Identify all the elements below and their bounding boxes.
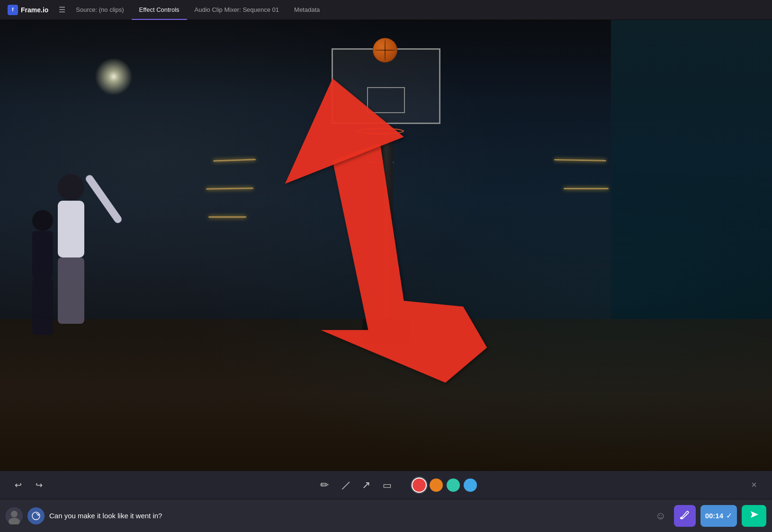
video-container: [0, 20, 772, 470]
emoji-button[interactable]: ☺: [652, 507, 669, 524]
frame-sync-button[interactable]: [27, 507, 45, 524]
svg-point-0: [58, 174, 84, 201]
color-red[interactable]: [413, 479, 426, 492]
brand-name: Frame.io: [21, 6, 48, 14]
tab-bar: f Frame.io ☰ Source: (no clips) Effect C…: [0, 0, 772, 20]
video-scene: [0, 20, 772, 470]
svg-rect-3: [84, 174, 123, 224]
close-icon: ×: [751, 479, 757, 490]
timestamp-value: 00:14: [705, 512, 723, 520]
user-avatar: [6, 507, 23, 524]
send-icon: [749, 509, 759, 522]
line-icon: —: [337, 477, 353, 493]
tab-effect-controls[interactable]: Effect Controls: [132, 0, 187, 20]
hoop-pole-base: [362, 319, 410, 343]
svg-point-10: [11, 511, 18, 517]
basketball: [373, 38, 397, 62]
redo-icon: ↪: [36, 480, 43, 490]
emoji-icon: ☺: [655, 510, 665, 522]
svg-marker-13: [37, 514, 39, 516]
undo-button[interactable]: ↩: [9, 477, 27, 494]
close-toolbar-button[interactable]: ×: [745, 477, 763, 494]
draw-button[interactable]: [674, 505, 696, 527]
svg-point-14: [680, 517, 682, 519]
rectangle-tool-button[interactable]: ▭: [378, 477, 395, 494]
pencil-tool-button[interactable]: ✏: [316, 477, 333, 494]
brand-logo[interactable]: f Frame.io: [4, 5, 52, 15]
person-silhouette: [14, 150, 123, 348]
arrow-tool-button[interactable]: ↗: [358, 477, 375, 494]
tab-audio-clip-mixer[interactable]: Audio Clip Mixer: Sequence 01: [187, 0, 287, 20]
hoop-rim: [357, 128, 404, 134]
timestamp-check-icon: ✓: [726, 511, 732, 520]
svg-marker-15: [751, 511, 758, 518]
line-tool-button[interactable]: —: [337, 477, 354, 494]
svg-rect-6: [32, 278, 53, 335]
svg-rect-1: [58, 201, 84, 257]
svg-rect-2: [58, 257, 84, 324]
light-bar-3: [208, 216, 246, 218]
backboard-inner: [367, 87, 405, 113]
drawing-toolbar: ↩ ↪ ✏ — ↗ ▭ ×: [0, 470, 772, 499]
svg-point-4: [32, 210, 53, 231]
redo-button[interactable]: ↪: [30, 477, 47, 494]
light-bar-5: [564, 188, 609, 189]
arrow-icon: ↗: [362, 479, 370, 491]
tab-source[interactable]: Source: (no clips): [68, 0, 131, 20]
undo-icon: ↩: [15, 480, 22, 490]
svg-rect-5: [32, 231, 53, 278]
rectangle-icon: ▭: [383, 479, 392, 491]
tab-metadata[interactable]: Metadata: [287, 0, 327, 20]
hoop-pole: [379, 134, 393, 319]
bottom-comment-bar: ☺ 00:14 ✓: [0, 499, 772, 532]
menu-button[interactable]: ☰: [56, 3, 68, 16]
brush-icon: [680, 509, 690, 522]
color-orange[interactable]: [430, 479, 443, 492]
send-button[interactable]: [742, 505, 766, 527]
light-source: [95, 58, 133, 96]
brand-icon: f: [8, 5, 18, 15]
color-blue[interactable]: [464, 479, 477, 492]
timestamp-button[interactable]: 00:14 ✓: [700, 505, 737, 527]
pencil-icon: ✏: [320, 479, 329, 491]
color-teal[interactable]: [447, 479, 460, 492]
comment-input[interactable]: [49, 512, 647, 520]
